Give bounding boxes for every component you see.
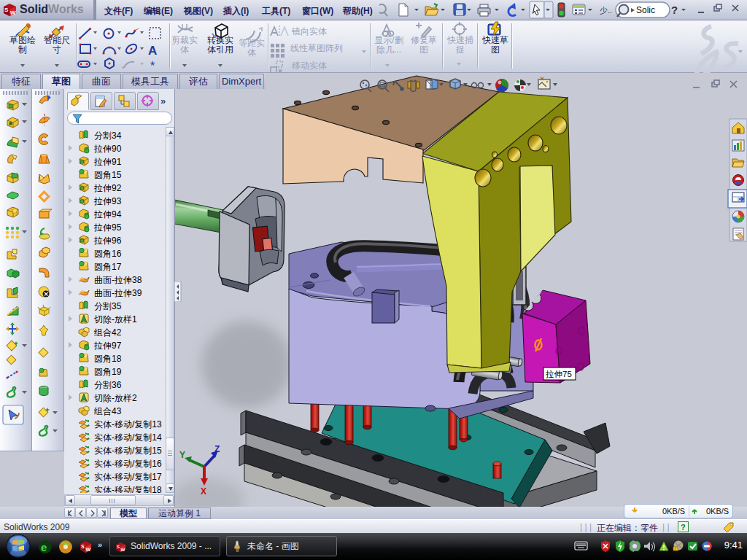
svg-text:Y: Y	[179, 450, 185, 460]
svg-text:W: W	[86, 547, 91, 552]
svg-text:X: X	[201, 486, 206, 497]
svg-text:W: W	[121, 548, 125, 552]
svg-text:Z: Z	[214, 444, 220, 454]
svg-text:e: e	[41, 541, 47, 553]
svg-text:S: S	[81, 544, 85, 549]
svg-text:W: W	[10, 9, 16, 16]
svg-text:Solic: Solic	[636, 5, 655, 15]
svg-text:*: *	[150, 60, 155, 72]
svg-text:S: S	[4, 7, 9, 13]
svg-text:»: »	[98, 540, 102, 549]
svg-text:拉伸75: 拉伸75	[545, 370, 572, 378]
svg-text:少..: 少..	[600, 6, 612, 15]
svg-text:+: +	[121, 64, 125, 71]
svg-text:0KB/S: 0KB/S	[662, 507, 685, 516]
svg-text:0KB/S: 0KB/S	[706, 507, 729, 516]
svg-text:?: ?	[681, 523, 686, 532]
svg-text:?: ?	[671, 4, 678, 16]
svg-text:A: A	[148, 44, 157, 58]
svg-text:»: »	[160, 96, 166, 106]
svg-text:S: S	[117, 545, 120, 549]
